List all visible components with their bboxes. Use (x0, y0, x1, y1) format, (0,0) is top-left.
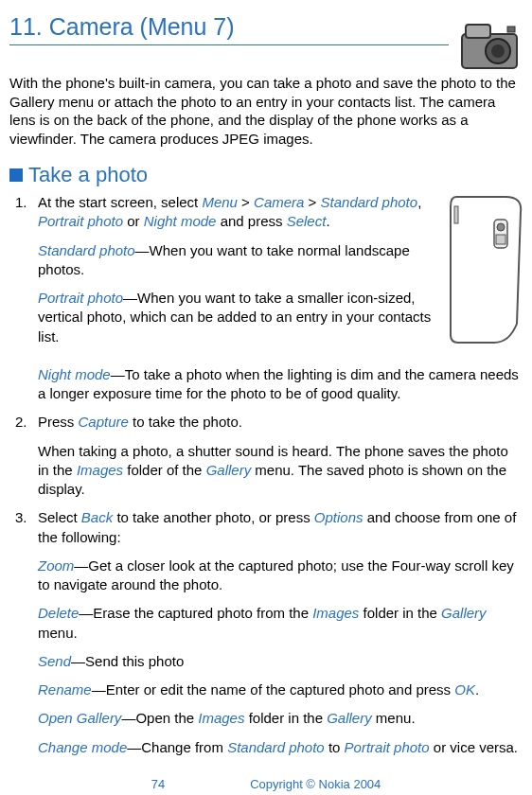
step-number: 2. (15, 413, 27, 432)
svg-point-3 (491, 44, 505, 58)
capture-link: Capture (79, 414, 129, 430)
step-3-text: Select Back to take another photo, or pr… (38, 508, 523, 547)
images-link: Images (77, 462, 123, 478)
portrait-photo-desc: Portrait photo—When you want to take a s… (38, 289, 441, 346)
step-2-text: Press Capture to take the photo. (38, 413, 523, 432)
standard-photo-desc: Standard photo—When you want to take nor… (38, 241, 441, 280)
step-number: 1. (15, 193, 27, 212)
step-number: 3. (15, 508, 27, 527)
camera-icon (456, 17, 523, 74)
zoom-desc: Zoom—Get a closer look at the captured p… (38, 556, 523, 595)
svg-rect-7 (496, 235, 505, 244)
rename-desc: Rename—Enter or edit the name of the cap… (38, 680, 523, 699)
intro-paragraph: With the phone's built-in camera, you ca… (9, 74, 523, 148)
square-bullet-icon (9, 168, 23, 182)
list-item: 1. At the start screen, select Menu > Ca… (9, 193, 523, 403)
copyright-text: Copyright © Nokia 2004 (250, 777, 381, 791)
section-title: Take a photo (28, 163, 148, 187)
send-desc: Send—Send this photo (38, 652, 523, 671)
ok-link: OK (454, 681, 475, 698)
night-mode-desc: Night mode—To take a photo when the ligh… (38, 365, 523, 404)
svg-rect-8 (454, 206, 458, 223)
back-link: Back (81, 509, 113, 525)
page-footer: 74 Copyright © Nokia 2004 (0, 777, 532, 791)
svg-rect-1 (466, 25, 490, 38)
night-mode-link: Night mode (144, 213, 217, 229)
select-link: Select (287, 213, 327, 229)
change-mode-desc: Change mode—Change from Standard photo t… (38, 738, 523, 757)
list-item: 3. Select Back to take another photo, or… (9, 508, 523, 757)
chapter-heading: 11. Camera (Menu 7) (9, 13, 449, 45)
page-number: 74 (151, 777, 165, 791)
camera-link: Camera (254, 194, 304, 210)
gallery-link: Gallery (206, 462, 252, 478)
menu-link: Menu (202, 194, 238, 210)
list-item: 2. Press Capture to take the photo. When… (9, 413, 523, 499)
open-gallery-desc: Open Gallery—Open the Images folder in t… (38, 709, 523, 728)
standard-photo-link: Standard photo (321, 194, 418, 210)
phone-back-icon (449, 193, 523, 344)
step-1-text: At the start screen, select Menu > Camer… (38, 193, 441, 232)
portrait-photo-link: Portrait photo (38, 213, 123, 229)
delete-desc: Delete—Erase the captured photo from the… (38, 604, 523, 643)
steps-list: 1. At the start screen, select Menu > Ca… (9, 193, 523, 757)
section-header: Take a photo (9, 163, 523, 187)
options-link: Options (314, 509, 364, 525)
svg-point-6 (497, 223, 505, 231)
svg-rect-4 (507, 26, 515, 32)
step-2-para: When taking a photo, a shutter sound is … (38, 442, 523, 500)
